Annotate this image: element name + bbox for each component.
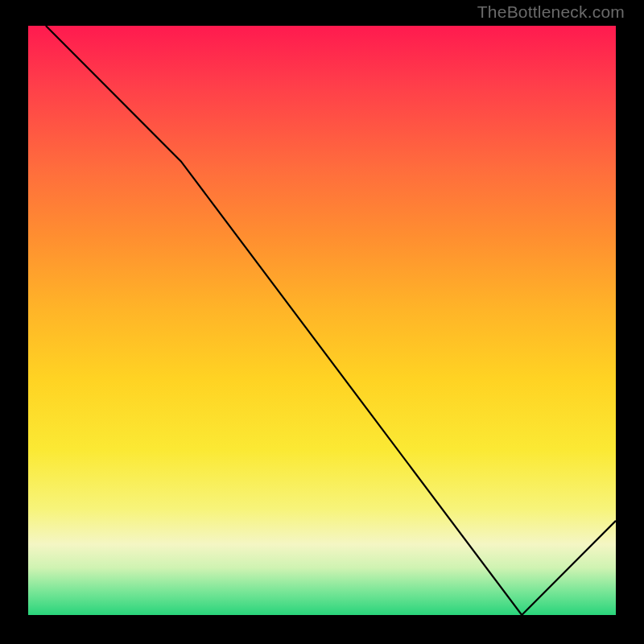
- chart-gradient-area: [28, 26, 616, 615]
- attribution-text: TheBottleneck.com: [477, 2, 625, 22]
